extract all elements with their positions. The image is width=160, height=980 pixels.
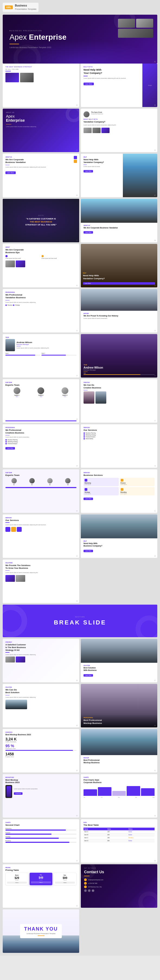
basic-btn[interactable]: Select <box>7 882 27 884</box>
slide-20-title: Experts Team <box>5 474 76 476</box>
slide-31-content: Mockup Best ProfessionalMockup Business <box>81 755 157 766</box>
slide-5: The Apex Great Corporate Business Need H… <box>81 109 157 152</box>
slide-15-stats: Skill <box>84 373 155 375</box>
slide-3-divider <box>84 76 87 76</box>
slide-33-chart-labels: Jan Feb Mar Apr May <box>84 797 155 798</box>
slide-18-title: We ProfessionalCreatives Business <box>5 429 76 434</box>
tm-1: E1 <box>5 478 22 485</box>
break-circle-1 <box>3 605 27 637</box>
slide-17: Creative We Can DoCreative Business 17 <box>81 379 157 423</box>
ty-content: THANK YOU Landscape Business Presentatio… <box>20 924 62 938</box>
slide-19-tag: Services <box>84 427 155 428</box>
pro-btn[interactable]: Select <box>31 881 51 883</box>
service-1: Business Planning <box>5 439 76 441</box>
slide-19-list: Business Planning Marketing Strategy Fin… <box>84 433 155 439</box>
slide-16-team: Expert 1 CEO Expert 2 CFO Expert 3 CTO <box>5 387 76 398</box>
slide-number-3: 03 <box>154 105 156 106</box>
slide-number-35: 35 <box>154 860 156 862</box>
slide-27-image <box>81 639 157 663</box>
slide-3-btn[interactable]: Learn More <box>84 83 94 85</box>
instagram-icon[interactable]: in <box>92 889 94 892</box>
slide-22: Services Our Services Lorem ipsum dolor … <box>3 514 79 558</box>
slide-21-title: Business Services <box>84 474 155 476</box>
slide-21-tag: Services <box>84 472 155 473</box>
slide-27-btn[interactable]: Learn More <box>84 674 93 676</box>
slide-22-divider <box>5 522 10 523</box>
slide-4-accent <box>6 124 11 125</box>
slide-35-table: Name Value Status Item A 100 Active Item… <box>84 827 155 842</box>
slide-24-title: We Provide The SolutionsTo Grow Your Bus… <box>5 564 76 570</box>
slide-15-name: Andrew Wilson <box>84 366 155 369</box>
slide-number-11: 11 <box>154 285 156 286</box>
slide-break: Section BREAK SLIDE <box>3 605 157 637</box>
h-bar-1: Marketing <box>5 827 76 830</box>
bar-5 <box>141 788 155 796</box>
team-member-2: Expert 2 CFO <box>30 387 52 398</box>
slide-23-tag: Help <box>84 541 155 542</box>
slide-12: Professional We ProfessionalVandalise Bu… <box>3 289 79 332</box>
cell-2b: 200 <box>106 833 128 836</box>
slide-5-images <box>84 128 155 133</box>
slide-7: Help Need Help WithVandalise Company? Lo… <box>81 154 157 197</box>
col-name: Name <box>84 827 106 830</box>
slide-9-btn[interactable]: Learn More <box>84 231 93 234</box>
slide-17-divider <box>84 390 87 391</box>
slide-32-btn[interactable]: Download <box>14 792 22 795</box>
slide-number-10: 10 <box>76 285 78 286</box>
slide-6-btn[interactable]: Learn More <box>5 172 16 174</box>
slide-23-btn[interactable]: Learn More <box>84 550 93 552</box>
slide-3: Help With Need Help WithYour Company? Lo… <box>81 64 157 107</box>
slide-6: About Us We Are CorporateBusiness Vandal… <box>3 154 79 197</box>
slide-5-avatar <box>84 111 89 117</box>
slide-36-plans: Basic $29 /month Select Pro $49 /month S… <box>5 873 76 885</box>
cell-2a: Item B <box>84 833 106 836</box>
slide-18-btn[interactable]: Learn More <box>5 447 15 450</box>
slide-15-content: Team Andrew Wilson Business Manager Skil… <box>81 334 157 377</box>
h-bar-3: Strategy <box>5 836 76 839</box>
slide-17-photo-1 <box>84 391 94 404</box>
slide-28-tag: Solution <box>5 687 76 688</box>
contact-content: Get In Touch Contact Us info@apexenterpr… <box>84 867 154 892</box>
slide-number-7: 07 <box>154 195 156 196</box>
ent-btn[interactable]: Select <box>55 882 75 884</box>
slide-11-btn[interactable]: Learn More <box>83 282 155 285</box>
slide-27-title: Best SolutionWith Business <box>84 667 155 671</box>
slide-14-profile: Andrew Wilson Business Manager Lorem ips… <box>5 339 76 351</box>
table-row: Item A 100 Active <box>84 830 155 833</box>
slide-33-tag: Charts <box>84 777 155 778</box>
slide-30-title: Best Mockup Business 2023 <box>5 733 76 735</box>
contact-phone: +1 234 567 890 <box>88 883 97 884</box>
slide-number-27: 27 <box>154 680 156 681</box>
slide-19: Services Our Services Business Planning … <box>81 424 157 468</box>
slide-15-tag: Team <box>84 364 155 366</box>
slide-8-label: Quote <box>25 215 57 216</box>
plan-basic: Basic $29 /month Select <box>5 873 29 885</box>
slide-24-img-1 <box>5 575 15 582</box>
team-member-3: Expert 3 CTO <box>54 387 76 398</box>
bsvc-2: Finance Lorem ipsum <box>120 478 155 486</box>
slide-21: Services Business Services Marketing Lor… <box>81 469 157 513</box>
slide-7-btn[interactable]: Learn More <box>84 170 93 172</box>
stat-a: Skill <box>84 373 155 375</box>
slide-12-divider <box>5 300 10 301</box>
slide-34-chart: Marketing Finance Strategy Branding <box>5 827 76 843</box>
table-row: Item B 200 Active <box>84 833 155 836</box>
slide-14-photo <box>5 339 15 351</box>
slide-24: Solutions We Provide The SolutionsTo Gro… <box>3 560 79 603</box>
slide-26-tag: Strategy <box>5 641 76 643</box>
twitter-icon[interactable]: t <box>84 889 87 892</box>
slide-21-services-grid: Marketing Lorem ipsum Finance Lorem ipsu… <box>84 478 155 495</box>
slide-23: Help Need Help WithBusiness Company? Lea… <box>81 514 157 558</box>
slide-36: Pricing Pricing Table Basic $29 /month S… <box>3 864 79 908</box>
slide-21-btn[interactable]: Learn More <box>84 498 93 500</box>
facebook-icon[interactable]: f <box>88 889 90 892</box>
slide-6-tag: About Us <box>5 156 76 158</box>
slide-5-title: Vandalise Company? <box>84 121 155 123</box>
slide-18: Professional We ProfessionalCreatives Bu… <box>3 424 79 468</box>
slide-24-img-2 <box>16 575 25 582</box>
slide-35-title: The Best Table <box>84 824 155 826</box>
slide-29-content: Professional Best ProfessionalMockup Bus… <box>81 714 157 727</box>
contact-divider <box>84 876 89 876</box>
slide-24-images <box>5 575 76 582</box>
slide-number-20: 20 <box>76 511 78 512</box>
